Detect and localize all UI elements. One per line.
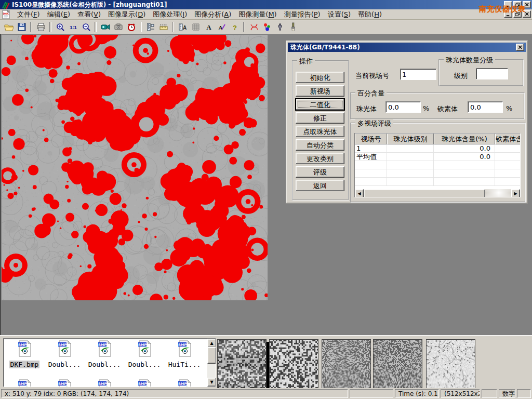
table-cell	[387, 178, 434, 186]
current-field-input[interactable]	[400, 69, 436, 80]
file-item-partial[interactable]: BMP	[166, 379, 203, 387]
table-row[interactable]: 平均值0.0	[355, 153, 520, 161]
status-coordinates: x: 510 y: 79 idx: 0 RGB: (174, 174, 174)	[1, 389, 348, 398]
application-window: { "window": { "title": "IS100显微摄像系统(金相分析…	[0, 0, 532, 399]
file-item-partial[interactable]: BMP	[46, 379, 83, 387]
table-row[interactable]: 10.0	[355, 144, 520, 153]
file-name[interactable]: HuiTi...	[167, 361, 202, 368]
menu-item[interactable]: 图像分析(A)	[191, 10, 235, 19]
dialog-close-button[interactable]	[516, 44, 524, 51]
toolbar-separator	[49, 22, 51, 32]
brush-tool-icon[interactable]	[287, 21, 299, 33]
svg-text:BMP: BMP	[138, 382, 146, 386]
image-thumbnail[interactable]	[426, 339, 475, 389]
menu-item[interactable]: 图像测量(M)	[235, 10, 280, 19]
table-cell: 平均值	[355, 153, 387, 161]
timer-clock-icon[interactable]	[125, 21, 137, 33]
table-column-header[interactable]: 珠光体级别	[387, 134, 434, 144]
text-a-icon[interactable]: A	[203, 21, 215, 33]
grading-group-label: 珠光体数量分级	[444, 56, 495, 65]
table-column-header[interactable]: 铁素体含量(%)	[495, 134, 521, 144]
image-thumbnail[interactable]	[322, 339, 371, 389]
file-list-scrollbar[interactable]: ▲ ▼	[207, 339, 216, 387]
file-item[interactable]: BMPDoubl...	[46, 340, 83, 369]
pen-tool-icon[interactable]	[274, 21, 286, 33]
op-button-1[interactable]: 初始化	[296, 72, 344, 83]
table-row[interactable]	[355, 178, 520, 186]
file-item-partial[interactable]: BMP	[126, 379, 163, 387]
image-thumbnail[interactable]	[269, 339, 318, 389]
video-camera-icon[interactable]	[99, 21, 111, 33]
scroll-left-arrow[interactable]: ◀	[355, 189, 364, 197]
file-name[interactable]: Doubl...	[87, 361, 122, 368]
table-horizontal-scrollbar[interactable]: ◀ ▶	[355, 189, 520, 197]
op-button-6[interactable]: 自动分类	[296, 139, 344, 151]
op-button-4[interactable]: 修正	[296, 112, 344, 124]
op-button-9[interactable]: 返回	[296, 180, 344, 191]
help-icon[interactable]: ?	[229, 21, 241, 33]
table-column-header[interactable]: 珠光体含量(%)	[434, 134, 495, 144]
table-row[interactable]	[355, 169, 520, 178]
file-item-partial[interactable]: BMP	[86, 379, 123, 387]
file-item-partial[interactable]: BMP	[6, 379, 43, 387]
menu-item[interactable]: 帮助(H)	[354, 10, 385, 19]
file-item[interactable]: BMPDoubl...	[86, 340, 123, 369]
file-item[interactable]: BMPDoubl...	[126, 340, 163, 369]
op-button-7[interactable]: 更改类别	[296, 153, 344, 164]
file-name[interactable]: Doubl...	[127, 361, 162, 368]
menu-item[interactable]: 设置(S)	[324, 10, 354, 19]
save-icon[interactable]	[16, 21, 28, 33]
op-button-8[interactable]: 评级	[296, 166, 344, 178]
image-thumbnail[interactable]	[373, 339, 422, 389]
menu-item[interactable]: 文件(F)	[14, 10, 44, 19]
color-markers-icon[interactable]	[261, 21, 273, 33]
op-button-2[interactable]: 新视场	[296, 85, 344, 97]
menu-item[interactable]: 图像显示(D)	[104, 10, 149, 19]
dialog-title-bar[interactable]: 珠光体(GB/T9441-88)	[288, 43, 526, 52]
percent-group-label: 百分含量	[355, 89, 387, 98]
menu-item[interactable]: 测量报告(P)	[281, 10, 324, 19]
actual-size-1-1-icon[interactable]: 1:1	[67, 21, 79, 33]
menu-item[interactable]: 查看(V)	[74, 10, 104, 19]
op-button-3[interactable]: 二值化	[296, 99, 344, 110]
file-item[interactable]: BMPDKF.bmp	[6, 340, 43, 369]
ferrite-percent-input[interactable]	[468, 101, 503, 113]
zoom-out-icon[interactable]	[80, 21, 92, 33]
menu-item[interactable]: 图像处理(I)	[149, 10, 191, 19]
svg-text:BMP: BMP	[178, 343, 186, 347]
menu-item[interactable]: 编辑(E)	[44, 10, 74, 19]
file-name[interactable]: DKF.bmp	[9, 361, 40, 368]
measure-text-icon[interactable]: A	[177, 21, 189, 33]
open-folder-icon[interactable]	[3, 21, 15, 33]
svg-text:DOC: DOC	[3, 12, 9, 15]
camera-icon[interactable]	[112, 21, 124, 33]
scrollbar-track[interactable]	[485, 189, 511, 197]
grade-level-input[interactable]	[476, 68, 508, 79]
op-button-5[interactable]: 点取珠光体	[296, 126, 344, 137]
image-thumbnail[interactable]	[217, 339, 267, 389]
scroll-right-arrow[interactable]: ▶	[511, 189, 520, 197]
table-cell	[387, 144, 434, 153]
curve-tool-icon[interactable]	[248, 21, 260, 33]
table-column-header[interactable]: 视场号	[355, 134, 387, 144]
caliper-icon[interactable]	[144, 21, 156, 33]
pearlite-dialog: 珠光体(GB/T9441-88) 操作 初始化新视场二值化修正点取珠光体自动分类…	[286, 41, 528, 204]
text-edit-icon[interactable]: A	[216, 21, 228, 33]
scroll-down-arrow[interactable]: ▼	[207, 378, 216, 387]
toolbar-separator	[95, 22, 97, 32]
pearlite-percent-input[interactable]	[385, 101, 421, 113]
scroll-up-arrow[interactable]: ▲	[207, 339, 216, 348]
micrograph-image[interactable]	[2, 35, 268, 300]
file-item[interactable]: BMPHuiTi...	[166, 340, 203, 369]
table-cell	[434, 161, 495, 169]
table-header-row: 视场号珠光体级别珠光体含量(%)铁素体含量(%)	[355, 134, 520, 144]
scrollbar-thumb[interactable]	[364, 189, 485, 197]
file-scrollbar-thumb[interactable]	[207, 347, 216, 364]
print-icon[interactable]	[35, 21, 47, 33]
grid-icon[interactable]	[190, 21, 202, 33]
file-name[interactable]: Doubl...	[47, 361, 82, 368]
table-row[interactable]	[355, 161, 520, 169]
ruler-icon[interactable]	[157, 21, 169, 33]
table-cell	[495, 153, 521, 161]
zoom-in-icon[interactable]	[54, 21, 66, 33]
